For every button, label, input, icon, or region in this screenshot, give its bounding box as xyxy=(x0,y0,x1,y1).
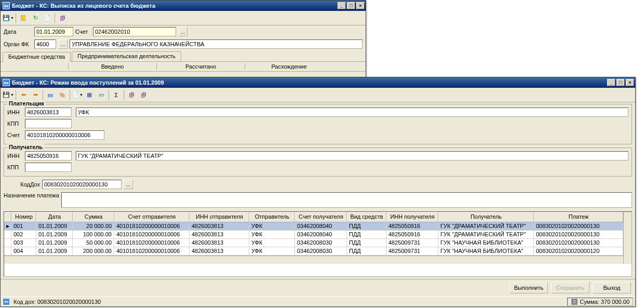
table-icon[interactable]: ▦ xyxy=(84,89,95,101)
button-row: Выполнить Сохранить Выход xyxy=(1,279,635,296)
toolbar-win2: 💾▼ ⬅ ➡ вк % 📄▼ ▦ ▭ Σ 🗐 🗐 xyxy=(1,88,635,102)
status-left-text: Код дох: 00830201020020000130 xyxy=(14,299,565,305)
table-row[interactable]: 00401.01.2009200 000.0040101810200000010… xyxy=(4,247,623,256)
grid-body[interactable]: ▶00101.01.200920 000.0040101810200000010… xyxy=(4,222,623,256)
title-text-win2: Бюджет - КС: Режим ввода поступлений за … xyxy=(12,79,607,86)
save-button: Сохранить xyxy=(551,282,589,293)
payer-name-field[interactable]: УФК xyxy=(76,108,628,117)
date-field[interactable]: 01.01.2009 xyxy=(34,27,73,36)
status-right-text: Сумма: 370 000.00 xyxy=(580,299,629,305)
table-row[interactable]: 00301.01.200950 000.00401018102000000100… xyxy=(4,239,623,247)
col-sender-inn[interactable]: ИНН отправителя xyxy=(190,212,249,222)
minimize-button[interactable]: _ xyxy=(338,2,346,9)
col-sum[interactable]: Сумма xyxy=(73,212,114,222)
titlebar-win1[interactable]: вк Бюджет - КС: Выписка из лицевого счет… xyxy=(1,1,366,11)
purpose-field[interactable] xyxy=(61,192,632,208)
maximize-button[interactable]: □ xyxy=(616,79,625,86)
recipient-inn-field[interactable]: 4825050916 xyxy=(25,151,72,160)
config1-icon[interactable]: 🗐 xyxy=(126,89,137,101)
tabs-win1: Бюджетные средства Предпринимательская д… xyxy=(1,50,366,62)
col-discrepancy: Расхождение xyxy=(245,63,333,70)
sheet-icon[interactable]: 📄 xyxy=(42,12,53,24)
sigma-icon: Σ xyxy=(571,298,578,305)
close-button[interactable]: × xyxy=(626,79,634,86)
toolbar-win1: 💾▼ 📒 ↻ 📄 🗐 xyxy=(1,11,366,25)
payer-account-label: Счет xyxy=(7,132,23,138)
row-marker-header xyxy=(4,212,11,222)
window-receipts-entry: вк Бюджет - КС: Режим ввода поступлений … xyxy=(0,77,636,307)
col-date[interactable]: Дата xyxy=(36,212,73,222)
close-button[interactable]: × xyxy=(356,2,365,9)
bk-icon[interactable]: вк xyxy=(45,89,56,101)
exit-button[interactable]: Выход xyxy=(593,282,631,293)
payer-group: Плательщик ИНН 4826003813 УФК КПП Счет 4… xyxy=(4,104,632,144)
statusbar: вк Код дох: 00830201020020000130 Σ Сумма… xyxy=(1,296,635,306)
sub-header: Введено Рассчитано Расхождение xyxy=(1,62,366,72)
recipient-group-title: Получатель xyxy=(7,144,44,150)
recipient-name-field[interactable]: ГУК "ДРАМАТИЧЕСКИЙ ТЕАТР" xyxy=(76,151,628,160)
col-kind[interactable]: Вид средств xyxy=(347,212,386,222)
recipient-kpp-field[interactable] xyxy=(25,163,72,172)
col-number[interactable]: Номер xyxy=(11,212,36,222)
status-icon-left: вк xyxy=(3,298,10,305)
purpose-label: Назначение платежа xyxy=(4,192,59,198)
koddox-field[interactable]: 00830201020020000130 xyxy=(42,180,122,189)
koddox-lookup-button[interactable]: ... xyxy=(124,180,133,189)
tab-budget-funds[interactable]: Бюджетные средства xyxy=(3,52,71,62)
app-icon: вк xyxy=(3,79,10,86)
organ-name-field: УПРАВЛЕНИЕ ФЕДЕРАЛЬНОГО КАЗНАЧЕЙСТВА xyxy=(70,39,363,49)
refresh-icon[interactable]: ↻ xyxy=(30,12,41,24)
horizontal-scrollbar[interactable] xyxy=(4,256,623,264)
grid: Номер Дата Сумма Счет отправителя ИНН от… xyxy=(4,211,632,277)
payer-inn-field[interactable]: 4826003813 xyxy=(25,108,72,117)
config2-icon[interactable]: 🗐 xyxy=(138,89,149,101)
koddox-label: КодДох xyxy=(4,181,40,188)
col-sender[interactable]: Отправитель xyxy=(249,212,295,222)
app-icon: вк xyxy=(3,2,10,9)
book-icon[interactable]: 📒 xyxy=(18,12,29,24)
account-lookup-button[interactable]: ... xyxy=(178,27,187,36)
next-record-icon[interactable]: ➡ xyxy=(30,89,41,101)
account-label: Счет xyxy=(75,29,91,35)
date-label: Дата xyxy=(4,29,32,35)
organ-lookup-button[interactable]: ... xyxy=(58,39,68,49)
organ-label: Орган ФК xyxy=(4,41,32,47)
sum-icon[interactable]: Σ xyxy=(111,89,122,101)
grid-header: Номер Дата Сумма Счет отправителя ИНН от… xyxy=(4,212,623,222)
payer-group-title: Плательщик xyxy=(7,100,46,106)
vertical-scrollbar[interactable] xyxy=(623,212,632,264)
percent-icon[interactable]: % xyxy=(57,89,68,101)
organ-code-field[interactable]: 4600 xyxy=(34,39,56,49)
recipient-inn-label: ИНН xyxy=(7,153,23,159)
col-entered: Введено xyxy=(68,63,156,70)
titlebar-win2[interactable]: вк Бюджет - КС: Режим ввода поступлений … xyxy=(1,77,635,88)
col-payment[interactable]: Платеж xyxy=(534,212,623,222)
maximize-button[interactable]: □ xyxy=(347,2,355,9)
recipient-kpp-label: КПП xyxy=(7,164,23,170)
copy-icon[interactable]: 🗐 xyxy=(57,12,68,24)
prev-record-icon[interactable]: ⬅ xyxy=(18,89,29,101)
payer-kpp-field[interactable] xyxy=(25,119,72,128)
payer-inn-label: ИНН xyxy=(7,109,23,115)
status-sum-cell: Σ Сумма: 370 000.00 xyxy=(567,298,633,306)
minimize-button[interactable]: _ xyxy=(607,79,615,86)
doc-icon[interactable]: 📄▼ xyxy=(72,89,83,101)
col-calculated: Рассчитано xyxy=(156,63,245,70)
col-recipient-inn[interactable]: ИНН получателя xyxy=(386,212,438,222)
table-row[interactable]: ▶00101.01.200920 000.0040101810200000010… xyxy=(4,222,623,231)
save-icon[interactable]: 💾▼ xyxy=(3,89,14,101)
recipient-group: Получатель ИНН 4825050916 ГУК "ДРАМАТИЧЕ… xyxy=(4,148,632,177)
execute-button[interactable]: Выполнить xyxy=(509,282,548,293)
table-row[interactable]: 00201.01.2009100 000.0040101810200000010… xyxy=(4,231,623,239)
col-recipient-account[interactable]: Счет получателя xyxy=(295,212,347,222)
payer-account-field[interactable]: 40101810200000010006 xyxy=(25,130,104,140)
col-recipient[interactable]: Получатель xyxy=(438,212,534,222)
account-field[interactable]: 02462002010 xyxy=(93,27,176,36)
payer-kpp-label: КПП xyxy=(7,120,23,127)
title-text-win1: Бюджет - КС: Выписка из лицевого счета б… xyxy=(12,3,338,9)
save-icon[interactable]: 💾▼ xyxy=(3,12,14,24)
form-icon[interactable]: ▭ xyxy=(96,89,107,101)
tab-entrepreneurial[interactable]: Предпринимательская деятельность xyxy=(72,51,181,61)
col-sender-account[interactable]: Счет отправителя xyxy=(114,212,190,222)
